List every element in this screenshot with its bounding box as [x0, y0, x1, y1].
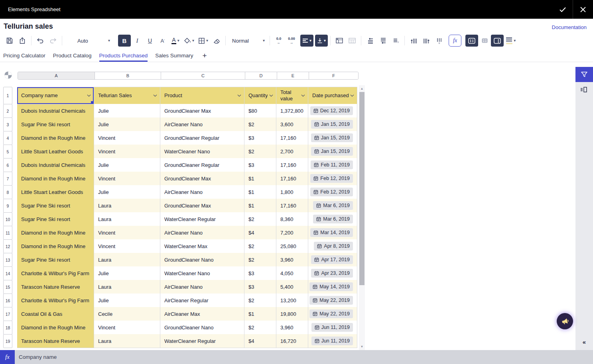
- scroll-up-icon[interactable]: ▲: [359, 87, 365, 90]
- cell-tellurian-sales[interactable]: Cecile: [94, 307, 160, 321]
- cell-company-name[interactable]: Little Stuart Leather Goods: [17, 145, 94, 159]
- date-pill[interactable]: Jun 11, 2019: [311, 337, 353, 345]
- cell-quantity[interactable]: $4: [244, 226, 276, 240]
- cell-date-purchased[interactable]: Jan 15, 2019: [308, 145, 357, 159]
- cell-company-name[interactable]: Tarascon Nature Reserve: [17, 280, 94, 294]
- row-header[interactable]: 4: [3, 131, 12, 145]
- header-cell-tellurian-sales[interactable]: Tellurian Sales: [94, 87, 160, 104]
- cell-company-name[interactable]: Sugar Pine Ski resort: [17, 199, 94, 213]
- formula-button[interactable]: fx: [449, 35, 461, 47]
- cell-total-value[interactable]: 17,160: [276, 199, 308, 213]
- cell-total-value[interactable]: 7,200: [276, 226, 308, 240]
- cell-date-purchased[interactable]: Mar 14, 2019: [308, 226, 357, 240]
- cell-quantity[interactable]: $3: [244, 158, 276, 172]
- cell-total-value[interactable]: 17,160: [276, 172, 308, 186]
- column-header-E[interactable]: E: [277, 72, 309, 79]
- formula-input[interactable]: Company name: [19, 354, 57, 360]
- cell-tellurian-sales[interactable]: Julie: [94, 104, 160, 118]
- filter-button[interactable]: [575, 67, 593, 82]
- date-pill[interactable]: Apr 8, 2019: [314, 242, 353, 250]
- cell-total-value[interactable]: 3,600: [276, 117, 308, 131]
- cell-company-name[interactable]: Diamond in the Rough Mine: [17, 239, 94, 253]
- scroll-down-icon[interactable]: ▼: [359, 345, 365, 348]
- data-panel-button[interactable]: [575, 82, 593, 97]
- cell-total-value[interactable]: 17,160: [276, 131, 308, 145]
- date-pill[interactable]: May 22, 2019: [309, 309, 353, 318]
- cell-date-purchased[interactable]: Jan 15, 2019: [308, 131, 357, 145]
- cell-product[interactable]: GroundCleaner Regular: [160, 131, 244, 145]
- cell-quantity[interactable]: $2: [244, 145, 276, 159]
- data-grid-toggle-button[interactable]: [465, 35, 478, 47]
- header-rows-toggle-button[interactable]: [491, 35, 504, 47]
- cell-tellurian-sales[interactable]: Julie: [94, 294, 160, 307]
- date-pill[interactable]: Jan 15, 2019: [311, 133, 353, 142]
- cell-company-name[interactable]: Diamond in the Rough Mine: [17, 226, 94, 240]
- decimal-increase-button[interactable]: 0.00→: [285, 35, 298, 47]
- row-header[interactable]: 8: [3, 185, 12, 199]
- row-header[interactable]: 3: [3, 117, 12, 131]
- cell-quantity[interactable]: $2: [244, 294, 276, 307]
- row-header[interactable]: 18: [3, 321, 12, 335]
- cell-date-purchased[interactable]: Jun 11, 2019: [308, 334, 357, 348]
- date-pill[interactable]: Feb 12, 2019: [310, 188, 353, 196]
- insert-row-above-button[interactable]: [364, 35, 376, 47]
- cell-company-name[interactable]: Diamond in the Rough Mine: [17, 321, 94, 335]
- insert-column-right-button[interactable]: [420, 35, 433, 47]
- date-pill[interactable]: Jan 15, 2019: [311, 147, 353, 156]
- cell-date-purchased[interactable]: May 14, 2019: [308, 280, 357, 294]
- column-header-F[interactable]: F: [309, 72, 358, 79]
- insert-column-left-button[interactable]: [407, 35, 420, 47]
- cell-product[interactable]: GroundCleaner Max: [160, 172, 244, 186]
- cell-company-name[interactable]: Dubois Industrial Chemicals: [17, 104, 94, 118]
- tab-products-purchased[interactable]: Products Purchased: [99, 49, 148, 62]
- header-cell-total-value[interactable]: Total value: [276, 87, 308, 104]
- cell-tellurian-sales[interactable]: Laura: [94, 199, 160, 213]
- insert-row-below-button[interactable]: [376, 35, 389, 47]
- row-header[interactable]: 16: [3, 294, 12, 307]
- cell-tellurian-sales[interactable]: Vincent: [94, 226, 160, 240]
- date-pill[interactable]: May 14, 2019: [309, 282, 353, 291]
- add-sheet-button[interactable]: +: [201, 49, 208, 62]
- cell-tellurian-sales[interactable]: Julie: [94, 117, 160, 131]
- clear-formatting-button[interactable]: [210, 35, 223, 47]
- cell-quantity[interactable]: $2: [244, 321, 276, 335]
- select-all-icon[interactable]: [4, 70, 13, 80]
- cell-company-name[interactable]: Sugar Pine Ski resort: [17, 212, 94, 226]
- redo-button[interactable]: [47, 35, 59, 47]
- vertical-align-button[interactable]: ▾: [315, 35, 328, 47]
- cell-company-name[interactable]: Little Stuart Leather Goods: [17, 185, 94, 199]
- row-header[interactable]: 5: [3, 145, 12, 159]
- underline-button[interactable]: U: [144, 35, 156, 47]
- cell-date-purchased[interactable]: Mar 6, 2019: [308, 199, 357, 213]
- cell-total-value[interactable]: 16,720: [276, 334, 308, 348]
- cell-quantity[interactable]: $3: [244, 131, 276, 145]
- cell-product[interactable]: GroundCleaner Max: [160, 199, 244, 213]
- cell-date-purchased[interactable]: May 22, 2019: [308, 307, 357, 321]
- mini-grid-button[interactable]: [478, 35, 491, 47]
- cell-date-purchased[interactable]: Dec 12, 2019: [308, 104, 357, 118]
- cell-product[interactable]: GroundCleaner Regular: [160, 158, 244, 172]
- cell-company-name[interactable]: Tarascon Nature Reserve: [17, 334, 94, 348]
- cell-product[interactable]: WaterCleaner Regular: [160, 212, 244, 226]
- share-button[interactable]: [16, 35, 29, 47]
- cell-product[interactable]: WaterCleaner Max: [160, 239, 244, 253]
- cell-company-name[interactable]: Diamond in the Rough Mine: [17, 131, 94, 145]
- cell-tellurian-sales[interactable]: Vincent: [94, 145, 160, 159]
- column-header-B[interactable]: B: [95, 72, 161, 79]
- cell-date-purchased[interactable]: Apr 23, 2019: [308, 266, 357, 280]
- cell-product[interactable]: AirCleaner Nano: [160, 280, 244, 294]
- cell-company-name[interactable]: Diamond in the Rough Mine: [17, 172, 94, 186]
- borders-button[interactable]: ▾: [196, 35, 210, 47]
- cell-product[interactable]: WaterCleaner Nano: [160, 266, 244, 280]
- column-header-D[interactable]: D: [245, 72, 277, 79]
- text-color-button[interactable]: A ▾: [169, 35, 182, 47]
- cell-product[interactable]: AirCleaner Max: [160, 307, 244, 321]
- row-header[interactable]: 7: [3, 172, 12, 186]
- cell-date-purchased[interactable]: Feb 12, 2019: [308, 185, 357, 199]
- row-header[interactable]: 9: [3, 199, 12, 213]
- cell-product[interactable]: AirCleaner Regular: [160, 294, 244, 307]
- row-header[interactable]: 10: [3, 212, 12, 226]
- column-header-A[interactable]: A: [18, 72, 95, 79]
- cell-date-purchased[interactable]: May 22, 2019: [308, 294, 357, 307]
- cell-company-name[interactable]: Sugar Pine Ski resort: [17, 253, 94, 267]
